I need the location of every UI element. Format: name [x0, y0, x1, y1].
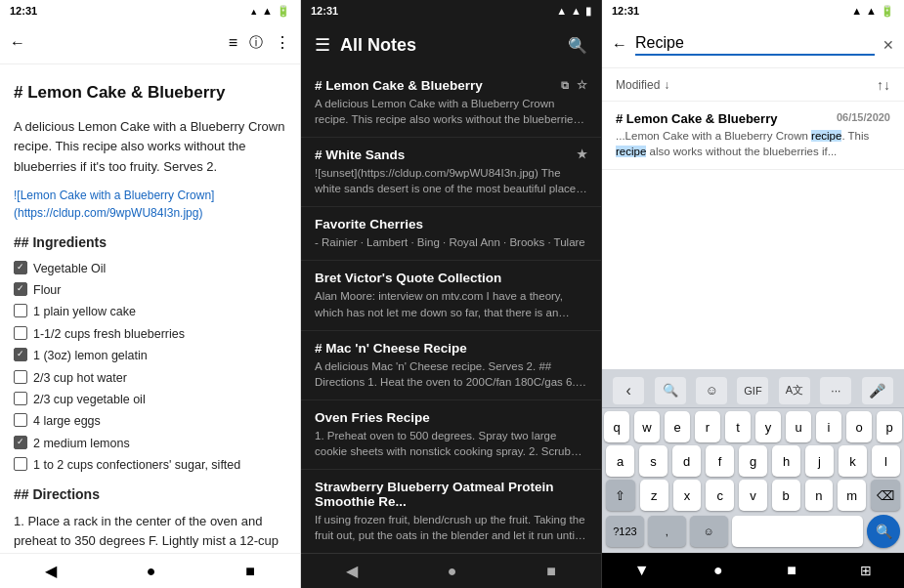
kb-search-btn[interactable]: 🔍: [655, 377, 686, 404]
note-item-title: Favorite Cherries: [315, 217, 587, 231]
key-z[interactable]: z: [640, 480, 668, 511]
key-g[interactable]: g: [739, 445, 767, 477]
ingredient-item[interactable]: ✓ 1 (3oz) lemon gelatin: [14, 347, 286, 365]
note-title: # Lemon Cake & Blueberry: [14, 80, 286, 105]
search-back-button[interactable]: [612, 36, 627, 54]
key-v[interactable]: v: [739, 480, 767, 511]
key-num[interactable]: ?123: [606, 516, 644, 547]
note-list-item[interactable]: Oven Fries Recipe 1. Preheat oven to 500…: [301, 400, 601, 470]
sort-bar: Modified ↓ ↑↓: [602, 68, 904, 102]
note-list-item[interactable]: # White Sands ★ ![sunset](https://cldup.…: [301, 138, 601, 207]
key-h[interactable]: h: [772, 445, 800, 477]
key-n[interactable]: n: [805, 480, 834, 511]
note-image-link[interactable]: ![Lemon Cake with a Blueberry Crown](htt…: [14, 187, 286, 223]
key-b[interactable]: b: [772, 480, 800, 511]
key-a[interactable]: a: [606, 445, 634, 477]
info-icon[interactable]: [249, 33, 263, 52]
nav-home-icon[interactable]: ●: [147, 563, 156, 580]
key-q[interactable]: q: [604, 411, 629, 442]
nav-square-icon[interactable]: ■: [245, 563, 255, 580]
key-emoji[interactable]: ☺: [690, 516, 728, 547]
result-item[interactable]: # Lemon Cake & Blueberry 06/15/2020 ...L…: [602, 102, 904, 170]
search-bar: [602, 21, 904, 68]
search-input[interactable]: [635, 34, 875, 56]
key-backspace[interactable]: ⌫: [871, 480, 900, 511]
wifi-icon-3: ▲: [851, 5, 862, 17]
ingredient-item[interactable]: 4 large eggs: [14, 412, 286, 431]
battery-icon-2: ▮: [585, 5, 591, 18]
ingredient-item[interactable]: ✓ 2 medium lemons: [14, 435, 286, 453]
kb-emoji-btn[interactable]: ☺: [696, 377, 727, 404]
key-r[interactable]: r: [695, 411, 720, 442]
notes-search-icon[interactable]: 🔍: [568, 36, 587, 55]
key-w[interactable]: w: [634, 411, 660, 442]
checklist-icon[interactable]: ≡: [229, 34, 237, 52]
keyboard-row-3: ⇧ z x c v b n m ⌫: [606, 480, 900, 511]
keyboard-row-1: q w e r t y u i o p: [606, 411, 900, 442]
nav-bar-3: ▼ ● ■ ⊞: [602, 553, 904, 588]
ingredient-item[interactable]: 1 to 2 cups confectioners' sugar, sifted: [14, 456, 286, 475]
nav-home-3[interactable]: ●: [713, 562, 723, 579]
checkbox-checked: ✓: [14, 348, 27, 361]
copy-icon: ⧉: [561, 79, 569, 92]
wifi-icon-2: ▲: [556, 5, 567, 17]
more-icon[interactable]: [275, 33, 290, 52]
key-search-action[interactable]: 🔍: [867, 515, 900, 548]
sort-order-icon[interactable]: ↑↓: [877, 77, 890, 93]
kb-left-arrow[interactable]: ‹: [613, 377, 644, 404]
nav-home-2[interactable]: ●: [448, 563, 457, 580]
ingredient-item[interactable]: 1 plain yellow cake: [14, 303, 286, 321]
key-o[interactable]: o: [846, 411, 872, 442]
ingredient-item[interactable]: 2/3 cup hot water: [14, 369, 286, 388]
search-close-button[interactable]: [882, 36, 894, 54]
key-shift[interactable]: ⇧: [606, 480, 635, 511]
ingredients-list: ✓ Vegetable Oil ✓ Flour 1 plain yellow c…: [14, 260, 286, 476]
key-comma[interactable]: ,: [648, 516, 686, 547]
key-p[interactable]: p: [877, 411, 902, 442]
key-l[interactable]: l: [872, 445, 900, 477]
key-m[interactable]: m: [838, 480, 866, 511]
ingredient-item[interactable]: ✓ Vegetable Oil: [14, 260, 286, 278]
note-list-item[interactable]: # Mac 'n' Cheese Recipe A delicious Mac …: [301, 331, 601, 400]
key-y[interactable]: y: [755, 411, 781, 442]
kb-translate-btn[interactable]: A文: [779, 377, 810, 404]
note-toolbar: ≡: [0, 21, 300, 64]
nav-back-3[interactable]: ▼: [634, 562, 650, 579]
key-u[interactable]: u: [786, 411, 811, 442]
key-f[interactable]: f: [706, 445, 734, 477]
search-panel: 12:31 ▲ ▲ 🔋 Modified ↓ ↑↓ # Lemon Cake &…: [602, 0, 904, 588]
checkbox-checked: ✓: [14, 282, 27, 296]
directions-header: ## Directions: [14, 484, 286, 506]
key-c[interactable]: c: [706, 480, 734, 511]
kb-gif-btn[interactable]: GIF: [737, 377, 768, 404]
nav-square-3[interactable]: ■: [787, 562, 796, 579]
checkbox-unchecked: [14, 304, 27, 317]
spacebar[interactable]: [732, 516, 863, 547]
ingredient-item[interactable]: ✓ Flour: [14, 281, 286, 300]
nav-back-icon[interactable]: ◀: [45, 562, 57, 580]
ingredient-item[interactable]: 2/3 cup vegetable oil: [14, 391, 286, 409]
note-list-item[interactable]: Strawberry Blueberry Oatmeal Protein Smo…: [301, 470, 601, 553]
kb-mic-btn[interactable]: 🎤: [862, 377, 893, 404]
ingredient-item[interactable]: 1-1/2 cups fresh blueberries: [14, 325, 286, 344]
hamburger-icon[interactable]: ☰: [315, 34, 330, 56]
nav-menu-3[interactable]: ⊞: [860, 563, 872, 578]
key-t[interactable]: t: [725, 411, 751, 442]
sort-label[interactable]: Modified: [616, 78, 660, 92]
note-list-item[interactable]: Bret Victor's Quote Collection Alan Moor…: [301, 261, 601, 330]
back-button[interactable]: [10, 34, 25, 52]
sort-direction-icon[interactable]: ↓: [664, 78, 669, 92]
key-k[interactable]: k: [839, 445, 867, 477]
key-x[interactable]: x: [673, 480, 702, 511]
key-s[interactable]: s: [639, 445, 667, 477]
nav-back-2[interactable]: ◀: [346, 562, 358, 580]
kb-more-btn[interactable]: ···: [820, 377, 851, 404]
nav-square-2[interactable]: ■: [546, 563, 556, 580]
note-list-item[interactable]: # Lemon Cake & Blueberry ⧉ ☆ A delicious…: [301, 68, 601, 138]
note-editor-panel: 12:31 ▲ 🔋 ≡ # Lemon Cake & Blueberry A d…: [0, 0, 301, 588]
key-e[interactable]: e: [665, 411, 690, 442]
note-list-item[interactable]: Favorite Cherries - Rainier · Lambert · …: [301, 207, 601, 261]
key-i[interactable]: i: [816, 411, 841, 442]
key-d[interactable]: d: [672, 445, 701, 477]
key-j[interactable]: j: [805, 445, 834, 477]
